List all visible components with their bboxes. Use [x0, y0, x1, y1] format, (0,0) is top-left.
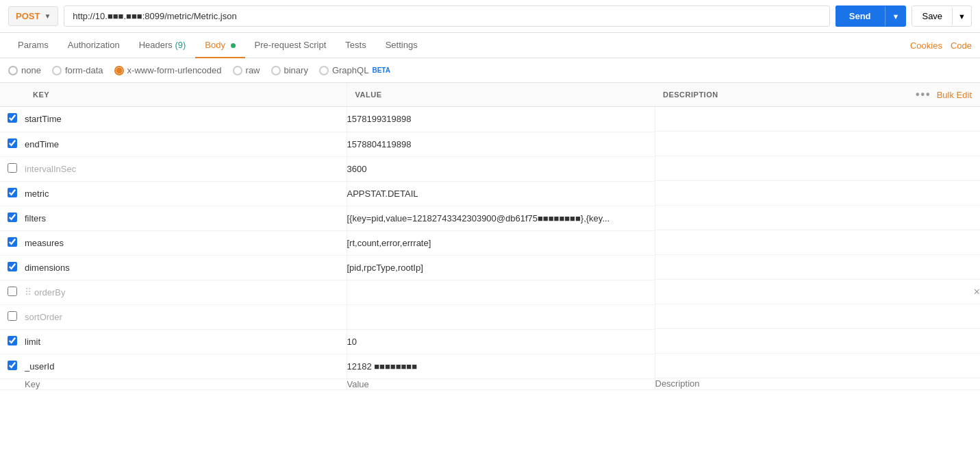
send-button[interactable]: Send [835, 5, 885, 27]
th-key: KEY [25, 83, 347, 107]
row-checkbox[interactable] [8, 287, 17, 296]
row-value[interactable]: [{key=pid,value=12182743342303900@db61f7… [347, 213, 610, 223]
row-key[interactable]: _userId [25, 361, 54, 372]
row-description[interactable] [655, 132, 980, 156]
row-checkbox[interactable] [8, 311, 17, 321]
body-type-urlencoded[interactable]: x-www-form-urlencoded [114, 65, 222, 75]
cookies-link[interactable]: Cookies [910, 40, 942, 51]
row-key[interactable]: endTime [25, 139, 59, 149]
method-selector[interactable]: POST ▼ [8, 6, 58, 26]
body-type-binary-label: binary [284, 65, 308, 75]
th-description: DESCRIPTION ••• Bulk Edit [655, 83, 980, 107]
row-key[interactable]: intervalInSec [25, 164, 76, 174]
row-value[interactable]: 10 [347, 337, 357, 347]
row-value[interactable]: APPSTAT.DETAIL [347, 189, 418, 199]
body-type-urlencoded-label: x-www-form-urlencoded [127, 65, 222, 75]
table-options-icon[interactable]: ••• [916, 88, 931, 101]
row-key[interactable]: metric [25, 189, 49, 199]
row-checkbox[interactable] [8, 213, 17, 222]
params-table: KEY VALUE DESCRIPTION ••• Bulk Edit star… [0, 83, 980, 390]
row-key[interactable]: startTime [25, 114, 62, 124]
row-value[interactable]: 1578199319898 [347, 114, 412, 124]
params-table-container: KEY VALUE DESCRIPTION ••• Bulk Edit star… [0, 83, 980, 390]
table-row: intervalInSec3600 [0, 156, 980, 181]
new-value-input[interactable] [347, 379, 655, 389]
radio-graphql [319, 66, 329, 75]
row-checkbox[interactable] [8, 138, 17, 148]
tab-pre-request[interactable]: Pre-request Script [245, 33, 336, 58]
table-row: sortOrder [0, 304, 980, 329]
method-label: POST [16, 11, 40, 21]
row-checkbox[interactable] [8, 361, 17, 370]
tab-headers[interactable]: Headers (9) [129, 33, 196, 58]
row-description[interactable] [655, 255, 980, 280]
row-key[interactable]: orderBy [34, 287, 66, 298]
body-type-binary[interactable]: binary [271, 65, 308, 75]
send-dropdown-button[interactable]: ▼ [885, 7, 907, 26]
drag-handle-icon[interactable]: ⠿ [25, 287, 32, 298]
row-description[interactable]: × [655, 280, 980, 304]
row-key[interactable]: dimensions [25, 263, 70, 273]
table-row: endTime1578804119898 [0, 132, 980, 156]
code-link[interactable]: Code [951, 40, 972, 51]
row-description[interactable] [655, 304, 980, 329]
url-input[interactable] [64, 5, 829, 27]
row-checkbox[interactable] [8, 113, 17, 123]
row-checkbox[interactable] [8, 237, 17, 247]
row-checkbox[interactable] [8, 188, 17, 197]
row-key[interactable]: measures [25, 238, 64, 248]
row-value[interactable]: [pid,rpcType,rootIp] [347, 263, 423, 273]
row-checkbox[interactable] [8, 336, 17, 345]
table-row: metricAPPSTAT.DETAIL [0, 181, 980, 206]
row-description[interactable] [655, 206, 980, 230]
tab-authorization[interactable]: Authorization [58, 33, 129, 58]
table-row: limit10 [0, 329, 980, 354]
radio-form-data [52, 66, 62, 75]
tab-settings[interactable]: Settings [376, 33, 427, 58]
row-description[interactable] [655, 230, 980, 255]
body-active-dot [231, 43, 236, 48]
tab-body[interactable]: Body [195, 33, 244, 58]
row-value[interactable]: 12182 ■■■■■■■■ [347, 361, 418, 372]
new-description-input[interactable] [655, 378, 981, 389]
nav-tabs: Params Authorization Headers (9) Body Pr… [0, 33, 980, 58]
table-row: measures[rt,count,error,errrate] [0, 230, 980, 255]
delete-row-button[interactable]: × [974, 286, 980, 298]
bulk-edit-button[interactable]: Bulk Edit [937, 90, 972, 100]
row-key[interactable]: filters [25, 213, 46, 223]
body-type-form-data[interactable]: form-data [52, 65, 103, 75]
save-button[interactable]: Save [912, 6, 952, 26]
table-row: filters[{key=pid,value=12182743342303900… [0, 206, 980, 230]
table-header-row: KEY VALUE DESCRIPTION ••• Bulk Edit [0, 83, 980, 107]
row-description[interactable] [655, 354, 980, 378]
table-row: _userId12182 ■■■■■■■■ [0, 354, 980, 378]
tab-params[interactable]: Params [8, 33, 58, 58]
nav-right-links: Cookies Code [910, 40, 972, 51]
new-key-input[interactable] [25, 379, 347, 389]
radio-urlencoded [114, 66, 124, 75]
th-checkbox [0, 83, 25, 107]
graphql-beta-badge: BETA [372, 66, 390, 74]
table-body: startTime1578199319898endTime15788041198… [0, 107, 980, 390]
row-value[interactable]: 3600 [347, 164, 367, 174]
body-type-graphql[interactable]: GraphQL BETA [319, 65, 390, 75]
row-description[interactable] [655, 156, 980, 181]
row-checkbox[interactable] [8, 262, 17, 271]
row-value[interactable]: 1578804119898 [347, 139, 412, 149]
row-description[interactable] [655, 329, 980, 354]
row-description[interactable] [655, 181, 980, 206]
row-checkbox[interactable] [8, 163, 17, 173]
save-button-group: Save ▼ [912, 5, 972, 27]
method-chevron-icon: ▼ [44, 12, 51, 20]
row-key[interactable]: limit [25, 337, 40, 347]
row-value[interactable]: [rt,count,error,errrate] [347, 238, 431, 248]
row-description[interactable] [655, 107, 980, 132]
tab-tests[interactable]: Tests [336, 33, 375, 58]
radio-binary [271, 66, 281, 75]
row-key[interactable]: sortOrder [25, 312, 62, 322]
body-type-none[interactable]: none [8, 65, 41, 75]
body-type-form-data-label: form-data [65, 65, 103, 75]
radio-raw [233, 66, 242, 75]
body-type-raw[interactable]: raw [233, 65, 260, 75]
save-dropdown-button[interactable]: ▼ [952, 8, 971, 25]
